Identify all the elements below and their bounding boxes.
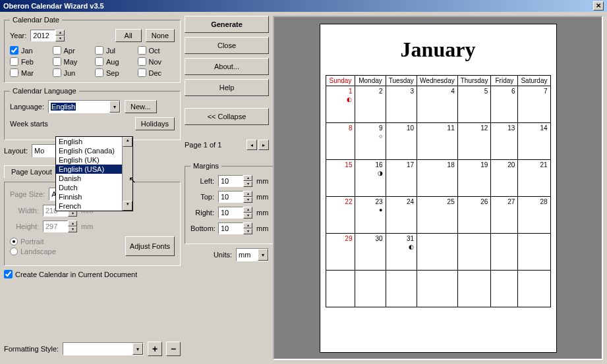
calendar-cell: 6 bbox=[491, 86, 518, 122]
adjust-fonts-button[interactable]: Adjust Fonts bbox=[125, 236, 175, 256]
month-checkbox-mar[interactable]: Mar bbox=[10, 68, 47, 77]
calendar-cell: 16◑ bbox=[355, 159, 386, 196]
calendar-cell bbox=[518, 233, 550, 270]
scrollbar[interactable]: ▴ ▾ bbox=[122, 137, 132, 211]
calendar-cell bbox=[457, 270, 491, 307]
collapse-button[interactable]: << Collapse bbox=[185, 108, 269, 125]
language-option[interactable]: English (UK) bbox=[56, 155, 122, 165]
window-title: Oberon Calendar Wizard v3.5 bbox=[3, 2, 104, 10]
language-option[interactable]: Danish bbox=[56, 174, 122, 183]
month-checkbox-nov[interactable]: Nov bbox=[138, 57, 175, 66]
language-option[interactable]: French bbox=[56, 201, 122, 211]
unit-label: mm bbox=[81, 222, 93, 230]
landscape-radio[interactable]: Landscape bbox=[10, 247, 56, 255]
preview-panel: January SundayMondayTuesdayWednesdayThur… bbox=[273, 16, 603, 360]
calendar-cell: 19 bbox=[457, 159, 491, 196]
tab-page-layout[interactable]: Page Layout bbox=[4, 165, 59, 178]
calendar-cell: 9○ bbox=[355, 122, 386, 159]
calendar-cell bbox=[457, 233, 491, 270]
calendar-cell: 10 bbox=[386, 122, 417, 159]
calendar-cell: 15 bbox=[326, 159, 355, 196]
width-label: Width: bbox=[10, 207, 39, 215]
new-language-button[interactable]: New... bbox=[125, 100, 157, 113]
generate-button[interactable]: Generate bbox=[185, 16, 269, 33]
calendar-cell bbox=[386, 270, 417, 307]
calendar-cell: 31◐ bbox=[386, 233, 417, 270]
chevron-down-icon[interactable] bbox=[258, 249, 268, 261]
month-checkbox-jun[interactable]: Jun bbox=[53, 68, 90, 77]
calendar-cell: 23● bbox=[355, 196, 386, 233]
margin-top-input[interactable] bbox=[218, 191, 243, 203]
month-checkbox-oct[interactable]: Oct bbox=[138, 46, 175, 55]
formatting-style-select[interactable] bbox=[63, 342, 144, 355]
about-button[interactable]: About... bbox=[185, 58, 269, 75]
calendar-date-group: Calendar Date Year: ▴ ▾ All None Jan Apr… bbox=[4, 16, 181, 83]
calendar-cell: 1◐ bbox=[326, 86, 355, 122]
calendar-cell: 30 bbox=[355, 233, 386, 270]
create-in-document-checkbox[interactable] bbox=[4, 270, 13, 278]
prev-page-button[interactable]: ◂ bbox=[246, 140, 257, 150]
calendar-cell: 8 bbox=[326, 122, 355, 159]
portrait-radio[interactable]: Portrait bbox=[10, 238, 56, 246]
calendar-cell: 24 bbox=[386, 196, 417, 233]
units-select[interactable]: mm bbox=[236, 248, 269, 261]
language-option[interactable]: English bbox=[56, 137, 122, 146]
day-header: Thursday bbox=[457, 75, 491, 86]
calendar-language-legend: Calendar Language bbox=[10, 87, 79, 95]
calendar-cell bbox=[417, 270, 458, 307]
margin-right-input[interactable] bbox=[218, 207, 243, 219]
calendar-cell: 7 bbox=[518, 86, 550, 122]
calendar-cell: 5 bbox=[457, 86, 491, 122]
month-checkbox-feb[interactable]: Feb bbox=[10, 57, 47, 66]
calendar-cell: 22 bbox=[326, 196, 355, 233]
month-checkbox-aug[interactable]: Aug bbox=[95, 57, 132, 66]
height-label: Height: bbox=[10, 222, 39, 230]
month-checkbox-apr[interactable]: Apr bbox=[53, 46, 90, 55]
language-option[interactable]: English (Canada) bbox=[56, 146, 122, 155]
height-input[interactable] bbox=[43, 221, 68, 232]
all-button[interactable]: All bbox=[115, 29, 142, 42]
page-size-label: Page Size: bbox=[10, 190, 45, 198]
calendar-cell bbox=[491, 270, 518, 307]
calendar-cell bbox=[518, 270, 550, 307]
month-checkbox-dec[interactable]: Dec bbox=[138, 68, 175, 77]
month-checkbox-jan[interactable]: Jan bbox=[10, 46, 47, 55]
next-page-button[interactable]: ▸ bbox=[258, 140, 269, 150]
chevron-down-icon[interactable] bbox=[132, 343, 143, 355]
close-icon[interactable]: ✕ bbox=[593, 1, 604, 11]
close-button[interactable]: Close bbox=[185, 37, 269, 54]
calendar-cell: 11 bbox=[417, 122, 458, 159]
language-dropdown[interactable]: EnglishEnglish (Canada)English (UK)Engli… bbox=[55, 136, 133, 211]
margins-group: Margins Left:▴▾mm Top:▴▾mm Right:▴▾mm Bo… bbox=[185, 162, 274, 244]
day-header: Friday bbox=[491, 75, 518, 86]
language-select[interactable]: English bbox=[48, 100, 121, 113]
page-info: Page 1 of 1 bbox=[185, 141, 221, 149]
language-option[interactable]: Finnish bbox=[56, 192, 122, 201]
layout-label: Layout: bbox=[4, 147, 28, 155]
remove-style-button[interactable]: − bbox=[166, 342, 181, 356]
month-checkbox-may[interactable]: May bbox=[53, 57, 90, 66]
calendar-cell bbox=[491, 233, 518, 270]
preview-month-title: January bbox=[326, 38, 551, 62]
month-checkbox-sep[interactable]: Sep bbox=[95, 68, 132, 77]
margin-left-input[interactable] bbox=[218, 175, 243, 187]
month-checkbox-jul[interactable]: Jul bbox=[95, 46, 132, 55]
chevron-down-icon[interactable] bbox=[109, 101, 120, 113]
formatting-style-label: Formatting Style: bbox=[4, 345, 59, 353]
margin-bottom-input[interactable] bbox=[218, 222, 243, 234]
calendar-cell: 12 bbox=[457, 122, 491, 159]
calendar-cell: 21 bbox=[518, 159, 550, 196]
help-button[interactable]: Help bbox=[185, 79, 269, 96]
add-style-button[interactable]: + bbox=[148, 342, 162, 356]
language-option[interactable]: English (USA) bbox=[56, 165, 122, 174]
none-button[interactable]: None bbox=[146, 29, 175, 42]
calendar-cell: 25 bbox=[417, 196, 458, 233]
language-option[interactable]: Dutch bbox=[56, 183, 122, 192]
year-input[interactable] bbox=[30, 30, 55, 41]
year-down[interactable]: ▾ bbox=[55, 36, 65, 41]
day-header: Saturday bbox=[518, 75, 550, 86]
holidays-button[interactable]: Holidays bbox=[135, 117, 175, 130]
calendar-language-group: Calendar Language Language: English New.… bbox=[4, 87, 181, 140]
year-up[interactable]: ▴ bbox=[55, 30, 65, 36]
calendar-cell: 14 bbox=[518, 122, 550, 159]
